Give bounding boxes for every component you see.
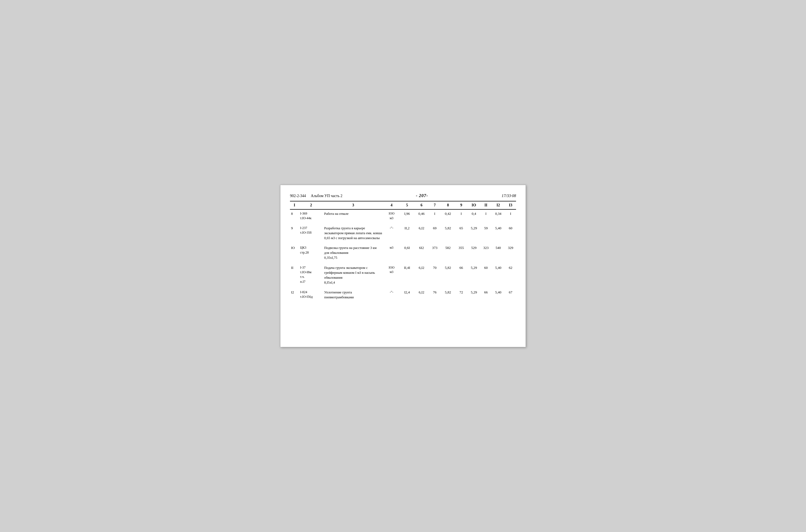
cell-1-4: II,2 xyxy=(400,224,414,242)
header-code: 902-2-344 xyxy=(290,194,306,198)
cell-3-2: Подача грунта экскаватором с грейферным … xyxy=(323,264,383,287)
main-table: I 2 3 4 5 6 7 8 9 IO II I2 I3 8I-369т.IO… xyxy=(290,202,516,301)
cell-4-5: 6,I2 xyxy=(414,288,429,301)
cell-0-5: 0,46 xyxy=(414,209,429,223)
cell-4-2: Уплотнение грунта пневмотрамбовками xyxy=(323,288,383,301)
cell-1-10: 59 xyxy=(481,224,491,242)
col-header-13: I3 xyxy=(505,202,516,209)
col-header-4: 4 xyxy=(383,202,400,209)
cell-0-4: I,96 xyxy=(400,209,414,223)
cell-2-2: Подвозка грунта на расстояние 3 км для о… xyxy=(323,244,383,262)
cell-3-4: II,4I xyxy=(400,264,414,287)
cell-4-4: I2,4 xyxy=(400,288,414,301)
page-header: 902-2-344 Альбом УП часть 2 - 207- 17/33… xyxy=(290,193,516,198)
cell-1-0: 9 xyxy=(290,224,299,242)
page: 902-2-344 Альбом УП часть 2 - 207- 17/33… xyxy=(280,185,526,347)
cell-1-3: -"- xyxy=(383,224,400,242)
col-header-10: IO xyxy=(467,202,481,209)
cell-0-6: I xyxy=(429,209,441,223)
cell-0-7: 0,42 xyxy=(441,209,455,223)
cell-2-1: ЦК3стр.28 xyxy=(299,244,323,262)
cell-2-10: 323 xyxy=(481,244,491,262)
col-header-3: 3 xyxy=(323,202,383,209)
cell-3-6: 70 xyxy=(429,264,441,287)
cell-1-5: 6,I2 xyxy=(414,224,429,242)
cell-3-10: 60 xyxy=(481,264,491,287)
cell-1-2: Разработка грунта в карьере экскаватором… xyxy=(323,224,383,242)
cell-0-12: I xyxy=(505,209,516,223)
cell-3-3: IOOм3 xyxy=(383,264,400,287)
col-header-1: I xyxy=(290,202,299,209)
col-header-6: 6 xyxy=(414,202,429,209)
cell-0-8: I xyxy=(455,209,467,223)
cell-4-11: 5,40 xyxy=(491,288,505,301)
col-header-9: 9 xyxy=(455,202,467,209)
table-row: I2I-824т.IO-I56дУплотнение грунта пневмо… xyxy=(290,288,516,301)
cell-4-3: -"- xyxy=(383,288,400,301)
cell-3-5: 6,I2 xyxy=(414,264,429,287)
cell-4-7: 5,82 xyxy=(441,288,455,301)
cell-2-3: м3 xyxy=(383,244,400,262)
header-page: - 207- xyxy=(416,193,428,198)
cell-0-3: IOOм3 xyxy=(383,209,400,223)
cell-2-11: 540 xyxy=(491,244,505,262)
cell-3-1: I-37т.IO-I8мт.ч.п.I7 xyxy=(299,264,323,287)
header-left: 902-2-344 Альбом УП часть 2 xyxy=(290,194,342,198)
cell-4-10: 66 xyxy=(481,288,491,301)
col-header-5: 5 xyxy=(400,202,414,209)
cell-0-11: 0,34 xyxy=(491,209,505,223)
cell-1-1: I-237т.IO-35б xyxy=(299,224,323,242)
col-header-2: 2 xyxy=(299,202,323,209)
cell-3-0: II xyxy=(290,264,299,287)
header-album: Альбом УП часть 2 xyxy=(311,194,342,198)
cell-3-11: 5,40 xyxy=(491,264,505,287)
table-row: III-37т.IO-I8мт.ч.п.I7Подача грунта экск… xyxy=(290,264,516,287)
header-row: I 2 3 4 5 6 7 8 9 IO II I2 I3 xyxy=(290,202,516,209)
cell-4-9: 5,29 xyxy=(467,288,481,301)
col-header-8: 8 xyxy=(441,202,455,209)
cell-0-2: Работа на отвале xyxy=(323,209,383,223)
cell-3-7: 5,82 xyxy=(441,264,455,287)
header-ref: 17/33·08 xyxy=(502,193,516,198)
cell-2-0: IO xyxy=(290,244,299,262)
cell-2-5: 6I2 xyxy=(414,244,429,262)
cell-1-12: 60 xyxy=(505,224,516,242)
cell-4-8: 72 xyxy=(455,288,467,301)
table-row: IOЦК3стр.28Подвозка грунта на расстояние… xyxy=(290,244,516,262)
cell-4-6: 76 xyxy=(429,288,441,301)
cell-2-12: 329 xyxy=(505,244,516,262)
cell-1-11: 5,40 xyxy=(491,224,505,242)
table-row: 9I-237т.IO-35бРазработка грунта в карьер… xyxy=(290,224,516,242)
cell-2-4: 0,6I xyxy=(400,244,414,262)
cell-1-7: 5,82 xyxy=(441,224,455,242)
cell-3-8: 66 xyxy=(455,264,467,287)
cell-2-9: 529 xyxy=(467,244,481,262)
cell-0-10: I xyxy=(481,209,491,223)
cell-4-1: I-824т.IO-I56д xyxy=(299,288,323,301)
col-header-12: I2 xyxy=(491,202,505,209)
cell-3-12: 62 xyxy=(505,264,516,287)
cell-4-12: 67 xyxy=(505,288,516,301)
cell-1-8: 65 xyxy=(455,224,467,242)
cell-3-9: 5,29 xyxy=(467,264,481,287)
cell-0-9: 0,4 xyxy=(467,209,481,223)
cell-2-6: 373 xyxy=(429,244,441,262)
table-row: 8I-369т.IO-44кРабота на отвалеIOOм3I,960… xyxy=(290,209,516,223)
cell-1-6: 69 xyxy=(429,224,441,242)
cell-4-0: I2 xyxy=(290,288,299,301)
cell-0-0: 8 xyxy=(290,209,299,223)
cell-1-9: 5,29 xyxy=(467,224,481,242)
col-header-7: 7 xyxy=(429,202,441,209)
cell-0-1: I-369т.IO-44к xyxy=(299,209,323,223)
col-header-11: II xyxy=(481,202,491,209)
cell-2-7: 582 xyxy=(441,244,455,262)
cell-2-8: 355 xyxy=(455,244,467,262)
